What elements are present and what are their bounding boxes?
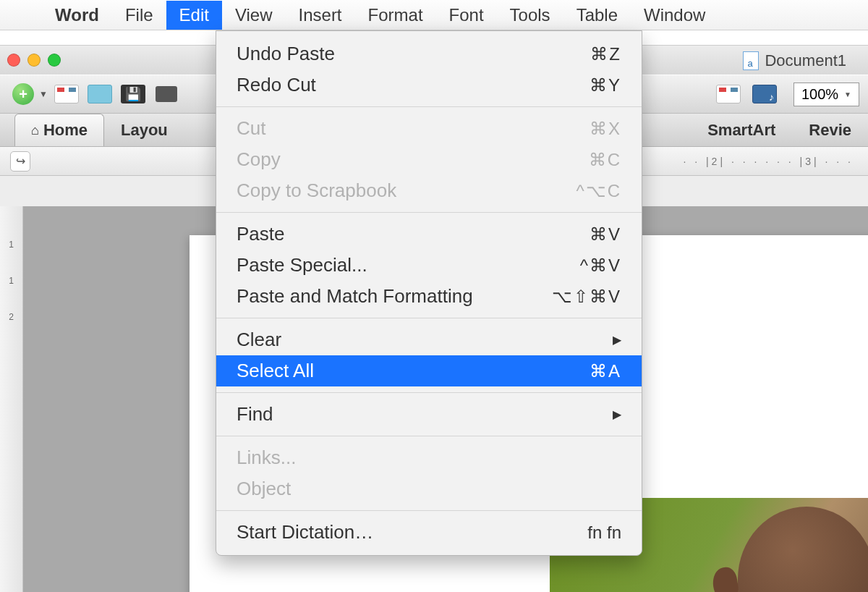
menu-cut: Cut⌘X (216, 113, 642, 144)
menu-copy-scrapbook: Copy to Scrapbook^⌥C (216, 175, 642, 206)
menubar-window[interactable]: Window (631, 1, 718, 30)
menu-clear[interactable]: Clear▶ (216, 324, 642, 355)
tab-home[interactable]: ⌂Home (14, 114, 104, 146)
zoom-value: 100% (801, 86, 838, 103)
menubar-view[interactable]: View (222, 1, 286, 30)
open-button[interactable] (85, 80, 114, 109)
menu-paste[interactable]: Paste⌘V (216, 219, 642, 250)
save-button[interactable]: 💾 (119, 80, 148, 109)
menubar-font[interactable]: Font (436, 1, 497, 30)
menu-undo[interactable]: Undo Paste⌘Z (216, 38, 642, 69)
home-icon: ⌂ (31, 123, 39, 138)
new-doc-caret-icon[interactable]: ▼ (39, 89, 48, 99)
menu-object: Object (216, 473, 642, 504)
menu-paste-special[interactable]: Paste Special...^⌘V (216, 250, 642, 281)
menu-separator (216, 106, 642, 107)
chevron-down-icon: ▼ (844, 90, 851, 98)
menu-paste-match[interactable]: Paste and Match Formatting⌥⇧⌘V (216, 281, 642, 312)
vertical-ruler: 1 1 2 (0, 206, 23, 592)
tab-review[interactable]: Revie (792, 114, 868, 146)
text-direction-button[interactable]: ↪ (10, 151, 30, 172)
menu-separator (216, 318, 642, 318)
menu-separator (216, 436, 642, 436)
macos-menubar: Word File Edit View Insert Format Font T… (0, 0, 868, 30)
template-gallery-button[interactable] (52, 80, 81, 109)
menubar-format[interactable]: Format (355, 1, 436, 30)
document-title-text: Document1 (765, 51, 846, 70)
menubar-file[interactable]: File (112, 1, 166, 30)
menu-copy: Copy⌘C (216, 144, 642, 175)
tab-layout[interactable]: Layou (104, 114, 184, 146)
zoom-select[interactable]: 100% ▼ (793, 83, 859, 106)
menu-find[interactable]: Find▶ (216, 399, 642, 430)
menu-separator (216, 212, 642, 213)
menubar-app[interactable]: Word (42, 1, 112, 30)
zoom-button[interactable] (48, 54, 61, 67)
minimize-button[interactable] (27, 54, 41, 67)
print-button[interactable] (152, 80, 181, 109)
horizontal-ruler: · · |2| · · · · · · |3| · · · (683, 156, 868, 167)
document-title: Document1 (743, 51, 846, 70)
edit-menu-dropdown: Undo Paste⌘Z Redo Cut⌘Y Cut⌘X Copy⌘C Cop… (216, 30, 642, 556)
menu-links: Links... (216, 442, 642, 473)
menubar-edit[interactable]: Edit (166, 1, 222, 30)
menu-select-all[interactable]: Select All⌘A (216, 355, 642, 386)
menu-separator (216, 510, 642, 511)
new-document-button[interactable]: + (9, 80, 38, 109)
menubar-tools[interactable]: Tools (497, 1, 563, 30)
menubar-table[interactable]: Table (563, 1, 631, 30)
menu-redo[interactable]: Redo Cut⌘Y (216, 69, 642, 101)
gallery-button[interactable] (714, 80, 743, 109)
document-icon (743, 51, 759, 70)
media-browser-button[interactable] (750, 80, 779, 109)
menu-separator (216, 392, 642, 393)
close-button[interactable] (7, 54, 20, 67)
tab-smartart[interactable]: SmartArt (691, 114, 792, 146)
menubar-insert[interactable]: Insert (286, 1, 355, 30)
menu-start-dictation[interactable]: Start Dictation…fn fn (216, 517, 642, 548)
